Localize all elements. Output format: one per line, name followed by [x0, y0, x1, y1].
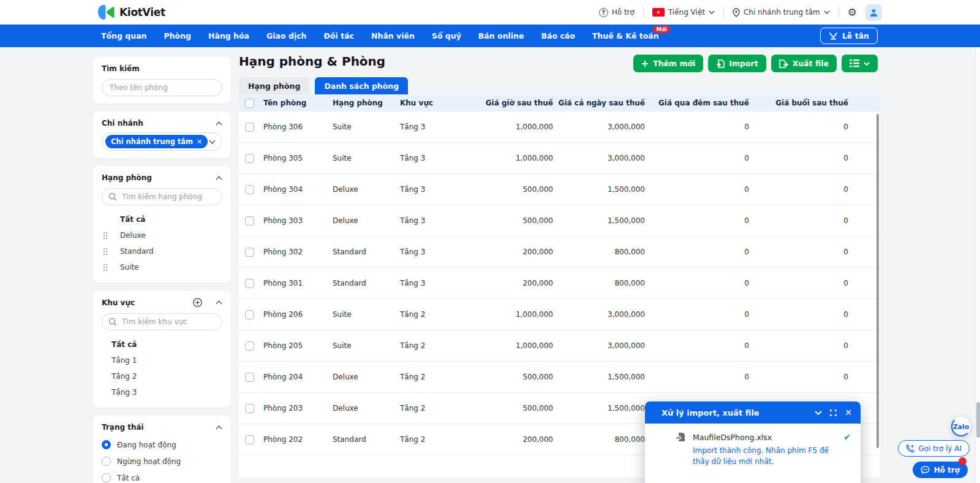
area-search-input[interactable]: [102, 313, 222, 330]
drag-handle-icon[interactable]: [103, 232, 113, 240]
chevron-up-icon[interactable]: [216, 121, 222, 126]
chevron-up-icon[interactable]: [216, 176, 222, 180]
row-checkbox[interactable]: [245, 404, 254, 413]
nav-item-7[interactable]: Bán online: [478, 31, 524, 40]
search-icon: [108, 318, 117, 328]
chevron-up-icon[interactable]: [216, 300, 222, 305]
user-avatar[interactable]: [865, 4, 882, 21]
area-item[interactable]: Tầng 1: [102, 352, 222, 368]
help-link[interactable]: ? Hỗ trợ: [599, 8, 635, 17]
page-scrollbar-thumb[interactable]: [976, 402, 980, 438]
area-item[interactable]: Tầng 3: [102, 384, 222, 400]
status-option[interactable]: Tất cả: [102, 470, 222, 483]
language-selector[interactable]: ★ Tiếng Việt: [652, 8, 715, 17]
room-type-item[interactable]: Suite: [102, 259, 222, 275]
row-checkbox[interactable]: [245, 185, 254, 194]
status-option-label: Đang hoạt động: [117, 441, 176, 449]
expand-icon[interactable]: [830, 409, 837, 416]
nav-item-5[interactable]: Nhân viên: [371, 31, 415, 40]
nav-item-label: Phòng: [164, 31, 192, 40]
drag-handle-icon[interactable]: [103, 264, 113, 272]
add-area-button[interactable]: [193, 298, 202, 307]
room-type-label: Standard: [120, 247, 154, 256]
nav-item-6[interactable]: Sổ quỹ: [432, 31, 461, 40]
room-name-search-input[interactable]: [102, 79, 222, 96]
zalo-button[interactable]: Zalo: [951, 417, 971, 436]
cell-area: Tầng 3: [400, 185, 467, 194]
cell-hour-price: 1,000,000: [467, 341, 553, 350]
row-checkbox[interactable]: [245, 373, 254, 382]
status-option[interactable]: Đang hoạt động: [102, 436, 222, 453]
row-checkbox[interactable]: [245, 248, 254, 257]
nav-item-0[interactable]: Tổng quan: [101, 31, 147, 40]
reception-button[interactable]: Lễ tân: [820, 28, 878, 44]
chevron-down-icon: [824, 10, 830, 14]
columns-menu-button[interactable]: [842, 55, 878, 72]
radio-unselected[interactable]: [102, 457, 111, 466]
branch-selector[interactable]: Chi nhánh trung tâm: [733, 8, 830, 17]
status-option[interactable]: Ngừng hoạt động: [102, 453, 222, 470]
page-scrollbar[interactable]: [975, 47, 980, 483]
row-checkbox[interactable]: [245, 279, 254, 288]
table-row[interactable]: Phòng 301StandardTầng 3200,000800,00000: [239, 268, 880, 299]
room-type-item-all[interactable]: Tất cả: [102, 211, 222, 227]
collapse-chevron-icon[interactable]: [815, 411, 822, 415]
drag-handle-icon[interactable]: [103, 248, 113, 256]
table-row[interactable]: Phòng 306SuiteTầng 31,000,0003,000,00000: [239, 112, 880, 143]
cell-room-name: Phòng 304: [263, 185, 333, 194]
cell-session-price: 0: [749, 154, 848, 162]
close-icon[interactable]: ✕: [845, 408, 852, 417]
row-checkbox[interactable]: [245, 154, 254, 163]
cell-overnight-price: 0: [645, 154, 749, 162]
cell-room-type: Deluxe: [333, 404, 400, 413]
cell-area: Tầng 3: [400, 248, 467, 256]
import-button[interactable]: Import: [708, 55, 766, 72]
table-row[interactable]: Phòng 206SuiteTầng 21,000,0003,000,00000: [239, 299, 880, 330]
tab-room-list[interactable]: Danh sách phòng: [315, 77, 408, 94]
table-row[interactable]: Phòng 302StandardTầng 3200,000800,00000: [239, 237, 880, 268]
room-type-item[interactable]: Deluxe: [102, 227, 222, 243]
nav-item-8[interactable]: Báo cáo: [541, 31, 575, 40]
room-type-card: Hạng phòng Tất cảDeluxeStandardSuite: [93, 166, 231, 283]
kiotviet-logo[interactable]: KiotViet: [97, 4, 165, 20]
tab-room-types[interactable]: Hạng phòng: [239, 77, 309, 94]
radio-selected[interactable]: [102, 440, 111, 449]
area-item-all[interactable]: Tất cả: [102, 337, 222, 352]
cell-area: Tầng 2: [400, 435, 467, 444]
branch-select[interactable]: Chi nhánh trung tâm ✕: [102, 132, 222, 151]
nav-item-2[interactable]: Hàng hóa: [208, 31, 249, 40]
table-scrollbar[interactable]: [876, 114, 879, 448]
area-item[interactable]: Tầng 2: [102, 368, 222, 384]
row-checkbox[interactable]: [245, 435, 254, 444]
nav-item-4[interactable]: Đối tác: [324, 31, 355, 40]
cell-day-price: 3,000,000: [553, 154, 645, 162]
area-label: Tầng 3: [111, 388, 137, 397]
cell-session-price: 0: [749, 341, 848, 350]
table-row[interactable]: Phòng 305SuiteTầng 31,000,0003,000,00000: [239, 143, 880, 174]
row-checkbox[interactable]: [245, 216, 254, 226]
table-row[interactable]: Phòng 204DeluxeTầng 2500,0001,500,00000: [239, 362, 880, 393]
settings-gear-icon[interactable]: ⚙: [848, 7, 857, 18]
ai-assistant-call-button[interactable]: Gọi trợ lý AI: [898, 440, 970, 457]
row-checkbox[interactable]: [245, 310, 254, 319]
add-new-button[interactable]: Thêm mới: [633, 55, 703, 72]
nav-item-3[interactable]: Giao dịch: [266, 31, 306, 40]
cell-overnight-price: 0: [645, 310, 749, 319]
room-type-search-input[interactable]: [102, 188, 222, 205]
room-type-item[interactable]: Standard: [102, 243, 222, 259]
nav-item-1[interactable]: Phòng: [164, 31, 192, 40]
row-checkbox[interactable]: [245, 123, 254, 132]
cell-hour-price: 1,000,000: [467, 154, 553, 162]
table-row[interactable]: Phòng 205SuiteTầng 21,000,0003,000,00000: [239, 330, 880, 362]
radio-unselected[interactable]: [102, 473, 111, 482]
row-checkbox[interactable]: [245, 341, 254, 351]
select-all-checkbox[interactable]: [245, 99, 254, 108]
cell-overnight-price: 0: [645, 373, 749, 381]
tab-bar: Hạng phòng Danh sách phòng: [239, 77, 880, 94]
table-row[interactable]: Phòng 303DeluxeTầng 3500,0001,500,00000: [239, 205, 880, 237]
table-row[interactable]: Phòng 304DeluxeTầng 3500,0001,500,00000: [239, 174, 880, 205]
nav-item-9[interactable]: Thuế & Kế toánMới: [592, 31, 659, 40]
export-button[interactable]: Xuất file: [771, 55, 837, 72]
remove-chip-icon[interactable]: ✕: [197, 138, 202, 146]
chevron-up-icon[interactable]: [216, 425, 222, 430]
